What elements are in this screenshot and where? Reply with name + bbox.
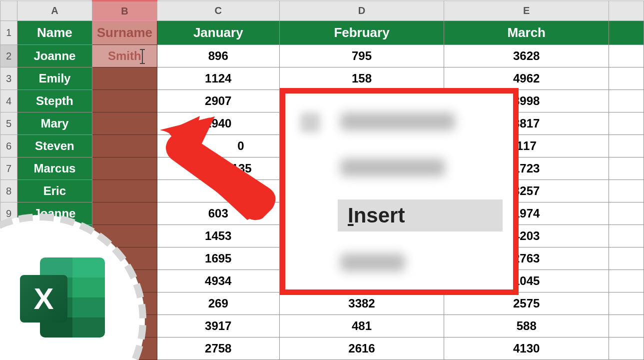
cell[interactable] [92, 202, 157, 225]
cell[interactable]: Surname [92, 21, 157, 45]
cell[interactable] [609, 202, 644, 225]
col-header-d[interactable]: D [279, 1, 444, 21]
cell[interactable] [92, 68, 157, 90]
cell[interactable] [609, 112, 644, 135]
cell[interactable]: 4962 [444, 68, 609, 90]
col-header-b[interactable]: B [92, 1, 157, 21]
cell[interactable]: 3628 [444, 45, 609, 68]
menu-item-blurred [340, 158, 445, 176]
cell[interactable] [609, 90, 644, 112]
cell[interactable]: Steven [17, 135, 92, 158]
excel-icon: X [20, 258, 105, 338]
cell[interactable]: March [444, 21, 609, 45]
cell[interactable]: 2575 [444, 292, 609, 315]
cell[interactable] [609, 338, 644, 360]
cell[interactable]: 3382 [279, 292, 444, 315]
col-header-f[interactable] [609, 1, 644, 21]
cell[interactable]: 3917 [157, 315, 279, 338]
cell[interactable]: 588 [444, 315, 609, 338]
row-header[interactable]: 6 [0, 135, 17, 158]
col-header-c[interactable]: C [157, 1, 279, 21]
cell[interactable]: 2940 [157, 112, 279, 135]
context-menu: Insert [280, 88, 519, 295]
row-header[interactable]: 3 [0, 68, 17, 90]
row-header[interactable]: 8 [0, 180, 17, 202]
cell[interactable]: 1124 [157, 68, 279, 90]
table-row: 1 Name Surname January February March [0, 21, 644, 45]
cell[interactable] [609, 180, 644, 202]
cell[interactable] [609, 68, 644, 90]
cell[interactable]: Joanne [17, 45, 92, 68]
row-header[interactable]: 4 [0, 90, 17, 112]
cell-text: Smith [108, 49, 141, 62]
cell[interactable] [92, 135, 157, 158]
cell[interactable] [92, 112, 157, 135]
cell[interactable]: Eric [17, 180, 92, 202]
cell[interactable] [609, 315, 644, 338]
menu-item-insert[interactable]: Insert [338, 200, 503, 232]
cell[interactable]: Emily [17, 68, 92, 90]
cell[interactable]: 158 [279, 68, 444, 90]
cell[interactable]: Smith [92, 45, 157, 68]
cell[interactable] [609, 270, 644, 292]
row-header[interactable]: 1 [0, 21, 17, 45]
menu-item-blurred [340, 112, 455, 130]
cell[interactable]: 0 [157, 135, 279, 158]
cell[interactable] [609, 45, 644, 68]
column-header-row: A B C D E [0, 1, 644, 21]
cell[interactable]: 269 [157, 292, 279, 315]
cell[interactable]: Marcus [17, 158, 92, 180]
text-cursor-icon [142, 49, 143, 64]
cell[interactable] [609, 135, 644, 158]
table-row: 3 Emily 1124 158 4962 [0, 68, 644, 90]
cell[interactable] [92, 158, 157, 180]
menu-item-blurred [340, 254, 405, 272]
col-header-e[interactable]: E [444, 1, 609, 21]
cell[interactable]: 896 [157, 45, 279, 68]
cell[interactable]: 2616 [279, 338, 444, 360]
cell[interactable] [92, 180, 157, 202]
cell[interactable] [609, 158, 644, 180]
col-header-a[interactable]: A [17, 1, 92, 21]
cell[interactable]: 481 [279, 315, 444, 338]
menu-icon-blurred [300, 112, 320, 132]
table-row: 2 Joanne Smith 896 795 3628 [0, 45, 644, 68]
cell[interactable]: 4 [157, 180, 279, 202]
select-all-corner[interactable] [0, 1, 17, 21]
cell[interactable]: 603 [157, 202, 279, 225]
row-header[interactable]: 2 [0, 45, 17, 68]
cell[interactable]: 1695 [157, 248, 279, 270]
cell[interactable]: 795 [279, 45, 444, 68]
cell[interactable]: February [279, 21, 444, 45]
cell[interactable]: 135 [157, 158, 279, 180]
cell[interactable]: 2758 [157, 338, 279, 360]
cell[interactable]: January [157, 21, 279, 45]
cell[interactable] [92, 90, 157, 112]
cell[interactable] [609, 21, 644, 45]
cell[interactable]: Stepth [17, 90, 92, 112]
cell[interactable]: 1453 [157, 225, 279, 248]
cell[interactable] [609, 292, 644, 315]
excel-x-letter: X [20, 275, 67, 322]
cell[interactable] [609, 225, 644, 248]
cell[interactable]: Mary [17, 112, 92, 135]
cell[interactable]: Name [17, 21, 92, 45]
row-header[interactable]: 5 [0, 112, 17, 135]
cell[interactable]: 4934 [157, 270, 279, 292]
cell[interactable]: 2907 [157, 90, 279, 112]
cell[interactable] [609, 248, 644, 270]
row-header[interactable]: 7 [0, 158, 17, 180]
cell[interactable]: 4130 [444, 338, 609, 360]
menu-item-label: Insert [348, 204, 405, 228]
